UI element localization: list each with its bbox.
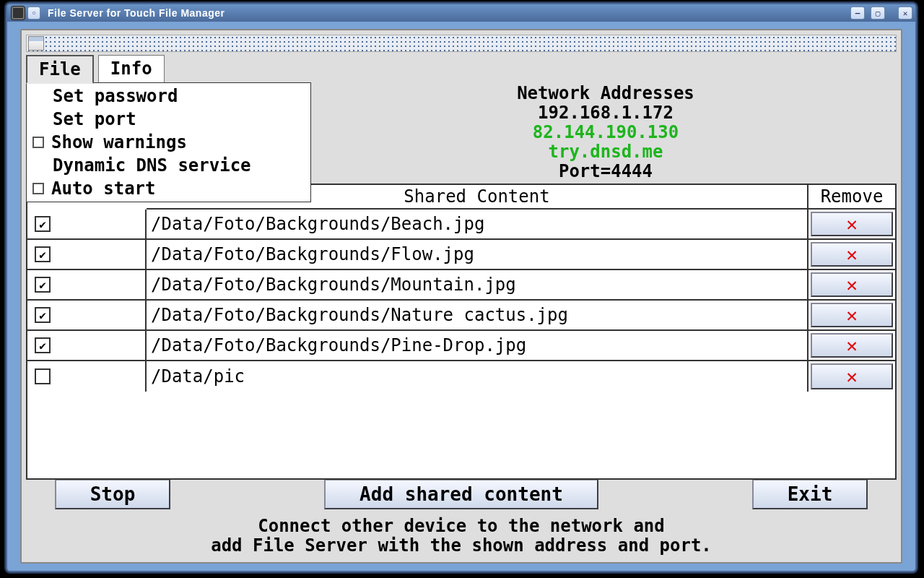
shared-content-table: Shared Content Remove /Data/Foto/Backgro… [26, 184, 897, 480]
row-remove-cell: ✕ [808, 210, 895, 238]
remove-button[interactable]: ✕ [811, 303, 893, 327]
menu-item-set-password[interactable]: Set password [27, 85, 310, 108]
menu-info[interactable]: Info [98, 55, 165, 84]
table-body: /Data/Foto/Backgrounds/Beach.jpg✕/Data/F… [27, 210, 895, 392]
file-menu-dropdown: Set password Set port Show warnings Dyna… [26, 82, 311, 202]
row-path: /Data/Foto/Backgrounds/Pine-Drop.jpg [147, 331, 808, 360]
titlebar-menu-button[interactable]: ◦ [27, 7, 40, 20]
window-title: File Server for Touch File Manager [48, 7, 225, 19]
content-area: Set password Set port Show warnings Dyna… [26, 84, 897, 469]
row-checkbox[interactable] [35, 307, 51, 323]
table-row: /Data/Foto/Backgrounds/Nature cactus.jpg… [27, 301, 895, 331]
close-button[interactable]: ✕ [898, 7, 912, 20]
menu-item-label: Auto start [51, 178, 156, 199]
maximize-button[interactable]: ▢ [871, 7, 885, 20]
toolbar-grip[interactable] [26, 35, 897, 52]
remove-button[interactable]: ✕ [811, 212, 893, 236]
table-row: /Data/Foto/Backgrounds/Flow.jpg✕ [27, 240, 895, 270]
menu-item-auto-start[interactable]: Auto start [27, 177, 310, 200]
row-checkbox-cell [27, 270, 147, 299]
titlebar[interactable]: ◦ File Server for Touch File Manager — ▢… [7, 4, 915, 22]
menu-file[interactable]: File [26, 55, 94, 84]
remove-button[interactable]: ✕ [811, 272, 893, 297]
row-checkbox[interactable] [35, 337, 51, 353]
row-path: /Data/Foto/Backgrounds/Beach.jpg [147, 210, 808, 238]
menu-item-label: Set password [53, 86, 178, 106]
menu-item-dynamic-dns[interactable]: Dynamic DNS service [27, 154, 310, 177]
row-checkbox-cell [27, 210, 147, 238]
remove-button[interactable]: ✕ [811, 242, 893, 267]
network-public-ip: 82.144.190.130 [315, 123, 897, 142]
network-port: Port=4444 [315, 162, 897, 181]
menu-item-set-port[interactable]: Set port [27, 108, 310, 131]
add-shared-content-button[interactable]: Add shared content [324, 479, 598, 509]
checkbox-icon[interactable] [32, 137, 44, 148]
table-row: /Data/Foto/Backgrounds/Pine-Drop.jpg✕ [27, 331, 895, 361]
row-checkbox-cell [27, 331, 147, 360]
row-path: /Data/Foto/Backgrounds/Nature cactus.jpg [147, 301, 808, 329]
row-checkbox-cell [27, 240, 147, 269]
network-heading: Network Addresses [315, 84, 897, 103]
table-row: /Data/Foto/Backgrounds/Mountain.jpg✕ [27, 270, 895, 301]
menubar: File Info [26, 55, 897, 84]
row-checkbox-cell [27, 301, 147, 329]
menu-item-show-warnings[interactable]: Show warnings [27, 131, 310, 154]
row-remove-cell: ✕ [808, 331, 895, 360]
row-remove-cell: ✕ [808, 301, 895, 329]
row-remove-cell: ✕ [808, 270, 895, 299]
row-checkbox[interactable] [35, 216, 51, 232]
footer-hint: Connect other device to the network and … [22, 514, 901, 562]
table-row: /Data/Foto/Backgrounds/Beach.jpg✕ [27, 210, 895, 240]
stop-button[interactable]: Stop [55, 479, 170, 509]
footer-line1: Connect other device to the network and [22, 517, 901, 537]
menu-item-label: Set port [53, 109, 136, 129]
row-path: /Data/Foto/Backgrounds/Flow.jpg [147, 240, 808, 269]
row-path: /Data/Foto/Backgrounds/Mountain.jpg [147, 270, 808, 299]
row-checkbox[interactable] [35, 277, 51, 293]
menu-item-label: Show warnings [51, 132, 187, 152]
row-checkbox-cell [27, 361, 147, 392]
network-dns: try.dnsd.me [315, 142, 897, 162]
footer-line2: add File Server with the shown address a… [22, 536, 901, 556]
checkbox-icon[interactable] [32, 183, 44, 194]
table-header-remove: Remove [808, 185, 895, 210]
client-area: File Info Set password Set port Show war… [20, 29, 902, 564]
exit-button[interactable]: Exit [752, 479, 868, 509]
row-checkbox[interactable] [35, 246, 51, 262]
table-row: /Data/pic✕ [27, 361, 895, 392]
row-checkbox[interactable] [35, 368, 51, 384]
window-controls: — ▢ ✕ [847, 7, 912, 20]
row-remove-cell: ✕ [808, 240, 895, 269]
app-window: ◦ File Server for Touch File Manager — ▢… [6, 3, 917, 572]
remove-button[interactable]: ✕ [811, 363, 893, 389]
minimize-button[interactable]: — [850, 7, 865, 20]
table-empty-space [27, 392, 895, 478]
network-local-ip: 192.168.1.172 [315, 103, 897, 123]
row-remove-cell: ✕ [808, 361, 895, 392]
app-icon [12, 7, 25, 20]
window-icon [28, 36, 44, 51]
row-path: /Data/pic [147, 361, 808, 392]
remove-button[interactable]: ✕ [811, 333, 893, 358]
menu-item-label: Dynamic DNS service [53, 155, 251, 176]
network-info: Network Addresses 192.168.1.172 82.144.1… [315, 84, 897, 181]
